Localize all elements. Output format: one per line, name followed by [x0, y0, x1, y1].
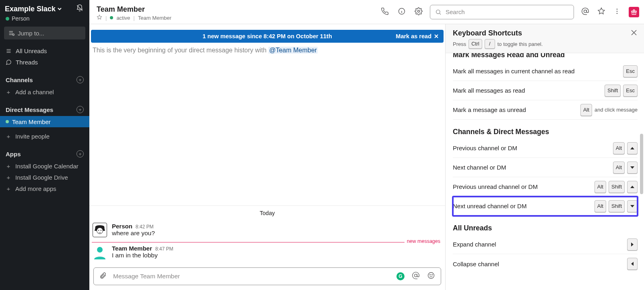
add-channel-icon[interactable]: + — [76, 76, 84, 83]
jump-icon — [8, 30, 14, 36]
channels-header[interactable]: Channels + — [0, 73, 89, 86]
attach-icon[interactable] — [99, 272, 107, 281]
bell-icon[interactable] — [76, 4, 84, 14]
panel-scroll[interactable]: Mark Messages Read and Unread Mark all m… — [446, 53, 644, 290]
presence-dot-icon — [6, 120, 9, 123]
key-alt: Alt — [594, 200, 606, 212]
message: Team Member8:47 PM I am in the lobby — [89, 242, 445, 262]
svg-point-4 — [584, 10, 587, 12]
grammarly-icon[interactable]: G — [396, 272, 405, 280]
key-up-arrow — [627, 181, 638, 193]
jump-to-label: Jump to... — [18, 30, 44, 37]
current-user-name: Person — [12, 15, 29, 22]
banner-text: 1 new message since 8:42 PM on October 1… — [91, 33, 444, 39]
mentions-icon[interactable] — [581, 7, 589, 17]
svg-point-11 — [98, 230, 99, 231]
conversation-title: Team Member — [97, 5, 171, 14]
nav-all-unreads[interactable]: All Unreads — [0, 45, 89, 56]
dm-item-team-member[interactable]: Team Member — [0, 116, 89, 127]
key-esc: Esc — [623, 65, 638, 77]
current-user[interactable]: Person — [0, 14, 89, 27]
key-down-arrow — [627, 200, 638, 212]
mention-icon[interactable] — [412, 271, 420, 281]
star-icon[interactable] — [97, 14, 102, 21]
key-shift: Shift — [609, 181, 625, 193]
presence-dot-icon — [110, 16, 113, 19]
message-author[interactable]: Team Member — [112, 245, 152, 252]
conversation-header: Team Member | active | Team Member — [89, 3, 171, 21]
date-divider: Today — [89, 206, 445, 220]
gift-icon[interactable] — [629, 7, 639, 17]
search-input[interactable]: Search — [430, 5, 574, 19]
message-author[interactable]: Person — [112, 223, 132, 230]
svg-point-14 — [415, 274, 417, 277]
composer-input[interactable] — [112, 272, 391, 280]
close-icon[interactable] — [434, 34, 439, 39]
new-message-banner: 1 new message since 8:42 PM on October 1… — [91, 30, 444, 43]
shortcut-row: Previous channel or DM Alt — [453, 139, 638, 158]
message-text: I am in the lobby — [112, 252, 442, 259]
svg-point-13 — [97, 247, 103, 253]
gear-icon[interactable] — [415, 7, 423, 17]
add-more-apps[interactable]: + Add more apps — [0, 183, 89, 194]
search-placeholder: Search — [446, 8, 465, 15]
info-icon[interactable] — [398, 7, 406, 17]
key-shift: Shift — [609, 200, 625, 212]
shortcut-row: Previous unread channel or DM Alt Shift — [453, 177, 638, 197]
key-alt: Alt — [613, 162, 625, 174]
dm-header[interactable]: Direct Messages + — [0, 103, 89, 116]
svg-point-16 — [430, 275, 431, 276]
svg-point-2 — [418, 10, 420, 12]
chevron-down-icon — [57, 6, 62, 11]
mark-as-read-button[interactable]: Mark as read — [396, 33, 444, 39]
key-alt: Alt — [594, 181, 606, 193]
workspace-switcher[interactable]: Example Slack — [5, 5, 62, 13]
star-icon[interactable] — [597, 7, 605, 17]
scrollbar[interactable] — [640, 69, 643, 286]
svg-point-5 — [617, 8, 618, 10]
emoji-icon[interactable] — [427, 271, 435, 281]
nav-threads[interactable]: Threads — [0, 56, 89, 68]
key-alt: Alt — [613, 142, 625, 154]
apps-header[interactable]: Apps + — [0, 147, 89, 160]
panel-title: Keyboard Shortcuts — [453, 29, 543, 37]
presence-text: active — [116, 15, 130, 21]
add-channel[interactable]: + Add a channel — [0, 86, 89, 97]
key-left-arrow — [627, 258, 638, 270]
mention-link[interactable]: @Team Member — [268, 47, 318, 54]
svg-point-3 — [436, 10, 440, 13]
jump-to[interactable]: Jump to... — [4, 27, 85, 39]
key-slash: / — [485, 39, 495, 49]
message-time: 8:42 PM — [136, 224, 154, 230]
svg-point-7 — [617, 12, 618, 14]
close-panel-button[interactable] — [630, 29, 638, 38]
svg-point-17 — [432, 275, 433, 276]
new-dm-icon[interactable]: + — [76, 106, 84, 113]
key-alt: Alt — [580, 104, 592, 116]
svg-point-6 — [617, 10, 618, 12]
key-esc: Esc — [623, 85, 638, 97]
call-icon[interactable] — [381, 7, 389, 17]
list-icon — [6, 48, 12, 54]
message-time: 8:47 PM — [155, 246, 173, 252]
app-install-gcal[interactable]: + Install Google Calendar — [0, 160, 89, 172]
invite-people[interactable]: + Invite people — [0, 130, 89, 142]
avatar[interactable] — [93, 245, 107, 259]
sidebar: Example Slack Person Jump to... All Unre… — [0, 0, 89, 290]
message-text: where are you? — [112, 230, 442, 237]
shortcuts-panel: Keyboard Shortcuts Press Ctrl / to toggl… — [445, 24, 644, 290]
key-down-arrow — [627, 162, 638, 174]
plus-icon: + — [6, 133, 11, 140]
more-icon[interactable] — [613, 8, 621, 17]
shortcut-row: Collapse channel — [453, 254, 638, 273]
message-composer[interactable]: G — [93, 267, 441, 285]
new-messages-divider: new messages — [92, 242, 443, 242]
plus-icon: + — [6, 185, 11, 192]
app-install-gdrive[interactable]: + Install Google Drive — [0, 172, 89, 183]
avatar[interactable] — [93, 223, 107, 237]
plus-icon: + — [6, 163, 11, 170]
conversation: 1 new message since 8:42 PM on October 1… — [89, 24, 445, 290]
shortcut-row: Expand channel — [453, 235, 638, 254]
key-shift: Shift — [605, 85, 621, 97]
add-app-icon[interactable]: + — [76, 150, 84, 157]
